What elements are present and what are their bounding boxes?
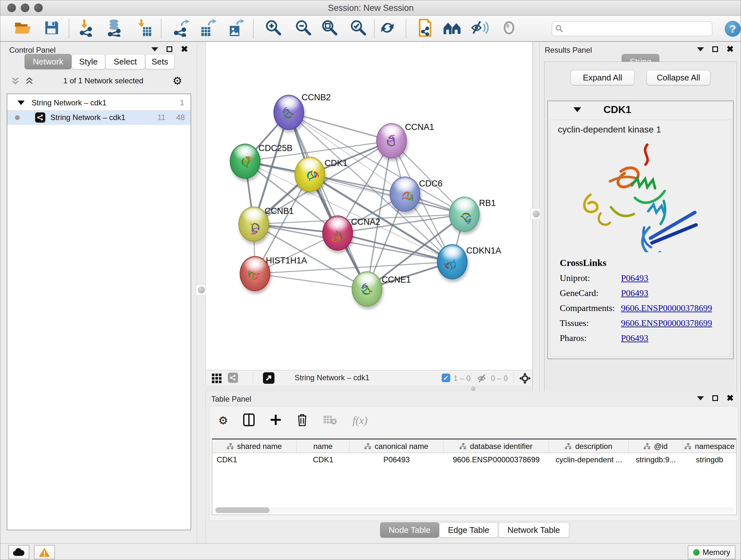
import-network-icon[interactable] [78, 19, 95, 38]
birds-eye-view-icon[interactable] [519, 372, 531, 386]
tab-network[interactable]: Network [24, 54, 71, 69]
panel-close-icon[interactable]: ✖ [726, 395, 734, 401]
network-collection-row[interactable]: String Network – cdk1 1 [7, 96, 191, 110]
network-from-file-icon[interactable] [416, 19, 433, 38]
gene-section: CDK1 cyclin-dependent kinase 1 [547, 101, 734, 359]
export-network-icon[interactable] [173, 19, 190, 38]
tree-column-icon [227, 443, 234, 449]
first-neighbors-icon[interactable] [442, 20, 462, 37]
search-field[interactable] [552, 21, 712, 36]
column-header-at-id[interactable]: @id [629, 440, 683, 453]
tab-edge-table[interactable]: Edge Table [439, 522, 498, 538]
delete-column-icon[interactable] [297, 414, 308, 428]
panel-menu-icon[interactable] [697, 396, 704, 400]
column-header-name[interactable]: name [297, 440, 349, 453]
tab-sets[interactable]: Sets [145, 54, 175, 69]
protein-thumbnail [381, 132, 403, 154]
network-canvas[interactable]: CCNB2CCNA1CDC25BCDK1CDC6RB1CCNB1CCNA2CDK… [205, 42, 533, 370]
memory-button[interactable]: Memory [688, 545, 736, 559]
help-icon[interactable]: ? [725, 21, 741, 37]
share-network-icon[interactable] [228, 373, 238, 383]
panel-float-icon[interactable] [712, 395, 718, 401]
network-node-cdkn1a[interactable] [437, 244, 468, 279]
network-options-gear-icon[interactable]: ⚙ [173, 75, 182, 86]
cell-canonical-name[interactable]: P06493 [349, 453, 444, 466]
refresh-layout-icon[interactable] [379, 19, 396, 37]
tab-style[interactable]: Style [71, 54, 105, 69]
column-header-namespace[interactable]: namespace [683, 440, 736, 453]
uniprot-link[interactable]: P06493 [621, 273, 649, 283]
collapse-all-button[interactable]: Collapse All [647, 70, 711, 85]
tissues-link[interactable]: 9606.ENSP00000378699 [621, 318, 712, 328]
column-header-shared-name[interactable]: shared name [212, 440, 297, 453]
network-node-ccna1[interactable] [376, 123, 407, 159]
tab-select[interactable]: Select [105, 54, 145, 69]
network-node-rb1[interactable] [449, 197, 480, 232]
create-column-icon[interactable] [270, 414, 281, 427]
network-node-ccnb2[interactable] [273, 95, 304, 130]
expand-all-button[interactable]: Expand All [570, 70, 634, 85]
open-session-icon[interactable] [14, 20, 32, 37]
network-node-ccne1[interactable] [352, 271, 382, 307]
network-node-ccna2[interactable] [322, 215, 353, 251]
scrollbar-thumb[interactable] [215, 507, 270, 513]
save-session-icon[interactable] [44, 20, 59, 37]
tab-node-table[interactable]: Node Table [380, 522, 439, 538]
zoom-out-icon[interactable] [294, 19, 313, 38]
network-row[interactable]: String Network – cdk1 11 48 [7, 110, 191, 125]
tab-network-table[interactable]: Network Table [498, 522, 569, 538]
export-table-icon[interactable] [199, 19, 217, 38]
selected-nodes-checkbox-icon[interactable]: ✓ [442, 374, 450, 382]
zoom-fit-icon[interactable] [321, 19, 339, 38]
cell-name[interactable]: CDK1 [297, 453, 349, 466]
node-label-cdkn1a: CDKN1A [466, 246, 501, 256]
gene-name: CDK1 [603, 104, 631, 116]
panel-float-icon[interactable] [166, 46, 172, 52]
pharos-link[interactable]: P06493 [621, 333, 649, 343]
show-all-icon[interactable] [501, 19, 517, 37]
string-results-box: Expand All Collapse All CDK1 cyclin-depe… [544, 62, 737, 399]
hidden-elements-icon[interactable] [477, 373, 488, 385]
cell-database-identifier[interactable]: 9606.ENSP00000378699 [444, 453, 549, 466]
cell-at-id[interactable]: stringdb:9... [629, 453, 683, 466]
panel-close-icon[interactable]: ✖ [181, 46, 188, 52]
expand-all-icon[interactable] [24, 76, 34, 85]
cell-shared-name[interactable]: CDK1 [212, 453, 297, 466]
tree-expand-icon[interactable] [17, 101, 24, 105]
show-columns-icon[interactable] [243, 414, 255, 428]
table-panel: Table Panel ✖ ⚙ f(x) shared name name [205, 391, 741, 543]
horizontal-scrollbar[interactable] [213, 507, 735, 513]
section-collapse-icon[interactable] [574, 107, 581, 112]
hide-selection-icon[interactable] [471, 19, 488, 37]
warnings-button[interactable] [34, 545, 55, 559]
search-input[interactable] [563, 24, 701, 33]
network-node-cdk1[interactable] [294, 157, 325, 192]
left-splitter[interactable] [197, 42, 205, 543]
zoom-selected-icon[interactable] [349, 19, 367, 38]
column-header-description[interactable]: description [549, 440, 629, 453]
cell-namespace[interactable]: stringdb [683, 453, 736, 466]
panel-close-icon[interactable]: ✖ [726, 46, 734, 52]
panel-menu-icon[interactable] [151, 47, 158, 51]
table-row[interactable]: CDK1 CDK1 P06493 9606.ENSP00000378699 cy… [212, 453, 736, 466]
column-header-database-identifier[interactable]: database identifier [444, 440, 549, 453]
export-image-icon[interactable] [227, 19, 245, 38]
panel-float-icon[interactable] [712, 46, 718, 52]
column-header-canonical-name[interactable]: canonical name [349, 440, 444, 453]
crosslink-label: GeneCard: [560, 288, 621, 298]
network-node-cdc6[interactable] [390, 177, 420, 212]
cloud-status-button[interactable] [8, 545, 29, 559]
compartments-link[interactable]: 9606.ENSP00000378699 [621, 303, 712, 313]
table-options-gear-icon[interactable]: ⚙ [218, 415, 228, 426]
cell-description[interactable]: cyclin-dependent ... [549, 453, 629, 466]
collapse-all-icon[interactable] [10, 76, 20, 85]
genecard-link[interactable]: P06493 [621, 288, 649, 298]
open-in-window-icon[interactable] [263, 372, 274, 384]
panel-menu-icon[interactable] [697, 47, 704, 51]
right-splitter[interactable] [533, 42, 540, 391]
network-node-cdc25b[interactable] [230, 144, 260, 179]
grid-view-icon[interactable] [212, 374, 221, 384]
import-database-icon[interactable] [106, 19, 124, 38]
zoom-in-icon[interactable] [265, 19, 282, 38]
import-table-icon[interactable] [136, 19, 152, 38]
